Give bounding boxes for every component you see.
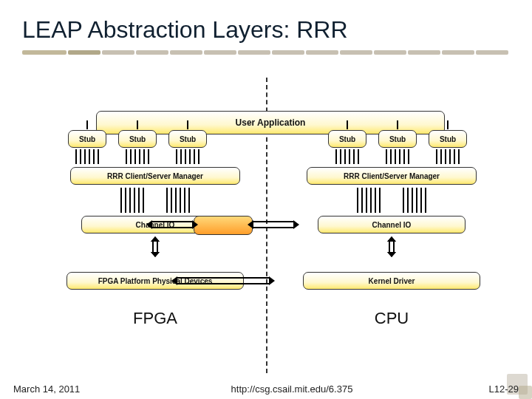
wires-stub-to-manager — [328, 149, 467, 164]
wires-manager-to-channelio — [281, 188, 502, 213]
footer-slidenum: L12-29 — [460, 383, 519, 395]
stub-label: Stub — [79, 135, 95, 143]
footer-url: http://csg.csail.mit.edu/6.375 — [124, 383, 460, 395]
arrow-channelio-link-left — [146, 219, 198, 230]
channel-io-box: Channel IO — [318, 216, 466, 233]
wires-stub-to-manager — [68, 149, 207, 164]
rrr-manager-label: RRR Client/Server Manager — [107, 172, 203, 180]
title-underline — [22, 50, 510, 55]
rrr-manager-label: RRR Client/Server Manager — [344, 172, 440, 180]
cpu-column: Stub Stub Stub RRR Client/Server Manager — [281, 89, 502, 369]
stub-label: Stub — [339, 135, 355, 143]
channel-io-label: Channel IO — [372, 221, 412, 229]
cpu-label: CPU — [281, 309, 502, 328]
footer: March 14, 2011 http://csg.csail.mit.edu/… — [0, 383, 532, 395]
arrow-channelio-link-right — [248, 219, 299, 230]
slide-title: LEAP Abstraction Layers: RRR — [22, 16, 348, 44]
stub-label: Stub — [129, 135, 146, 143]
stub-box: Stub — [429, 130, 467, 148]
rrr-manager-box: RRR Client/Server Manager — [307, 167, 477, 185]
cpu-stub-row: Stub Stub Stub — [328, 130, 467, 148]
stub-label: Stub — [440, 135, 456, 143]
fpga-label: FPGA — [44, 309, 266, 328]
kernel-driver-label: Kernel Driver — [369, 277, 415, 285]
stub-box: Stub — [68, 130, 106, 148]
kernel-driver-box: Kernel Driver — [303, 272, 480, 290]
stub-box: Stub — [328, 130, 366, 148]
stub-box: Stub — [168, 130, 207, 148]
wires-app-to-stub — [68, 120, 207, 129]
diagram: Stub Stub Stub RRR Client/Server Manager — [0, 89, 532, 369]
slide: LEAP Abstraction Layers: RRR User Applic… — [0, 0, 532, 399]
stub-label: Stub — [180, 135, 196, 143]
fpga-stub-row: Stub Stub Stub — [68, 130, 207, 148]
wires-app-to-stub — [328, 120, 467, 129]
wires-manager-to-channelio — [44, 188, 266, 213]
stub-box: Stub — [118, 130, 157, 148]
arrow-platform-to-kernel — [171, 276, 275, 286]
footer-date: March 14, 2011 — [13, 383, 124, 395]
rrr-manager-box: RRR Client/Server Manager — [70, 167, 240, 185]
stub-box: Stub — [378, 130, 417, 148]
stub-label: Stub — [389, 135, 406, 143]
channelio-bridge-icon — [194, 216, 253, 235]
